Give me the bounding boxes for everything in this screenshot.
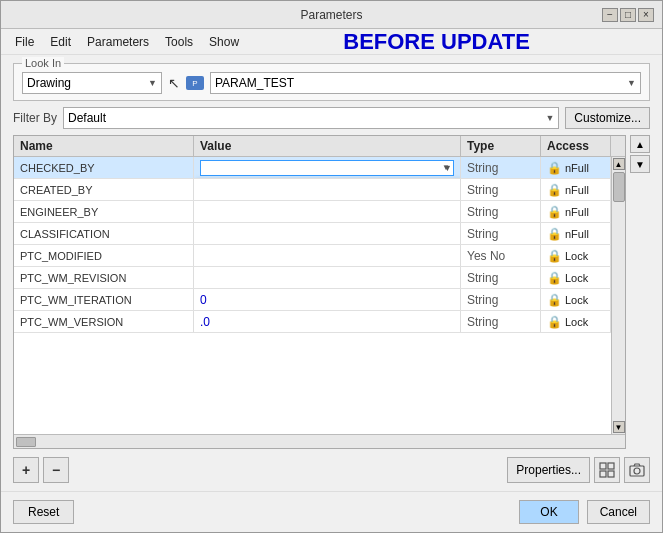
minimize-button[interactable]: − (602, 8, 618, 22)
remove-row-button[interactable]: − (43, 457, 69, 483)
cell-name-7: PTC_WM_VERSION (14, 311, 194, 332)
cell-value-7[interactable]: .0 (194, 311, 461, 332)
scroll-thumb[interactable] (613, 172, 625, 202)
camera-icon (629, 462, 645, 478)
move-down-button[interactable]: ▼ (630, 155, 650, 173)
cell-name-0: CHECKED_BY (14, 157, 194, 178)
svg-rect-1 (608, 463, 614, 469)
table-row[interactable]: PTC_WM_REVISION String 🔒 Lock (14, 267, 611, 289)
cell-type-3: String (461, 223, 541, 244)
add-row-button[interactable]: + (13, 457, 39, 483)
table-header: Name Value Type Access (14, 136, 625, 157)
lock-icon-2: 🔒 (547, 205, 562, 219)
cell-type-2: String (461, 201, 541, 222)
title-bar: Parameters − □ × (1, 1, 662, 29)
look-in-group: Look In Drawing ▼ ↖ P PARAM_TEST ▼ (13, 63, 650, 101)
cell-value-4[interactable] (194, 245, 461, 266)
cell-value-1[interactable] (194, 179, 461, 200)
reset-button[interactable]: Reset (13, 500, 74, 524)
cell-value-0[interactable]: ▼ B.W. EVERETT J.R. CHEW J.R. JAMISON J.… (194, 157, 461, 178)
maximize-button[interactable]: □ (620, 8, 636, 22)
parameters-table: Name Value Type Access CHECKED_BY (13, 135, 626, 449)
properties-button[interactable]: Properties... (507, 457, 590, 483)
svg-point-5 (634, 468, 640, 474)
param-select[interactable]: PARAM_TEST ▼ (210, 72, 641, 94)
table-action-buttons: + − Properties... (13, 457, 650, 483)
cell-name-3: CLASSIFICATION (14, 223, 194, 244)
table-row[interactable]: PTC_WM_ITERATION 0 String 🔒 Lock (14, 289, 611, 311)
filter-value: Default (68, 111, 106, 125)
cell-type-7: String (461, 311, 541, 332)
cell-value-6[interactable]: 0 (194, 289, 461, 310)
lock-icon-4: 🔒 (547, 249, 562, 263)
drawing-select[interactable]: Drawing ▼ (22, 72, 162, 94)
customize-button[interactable]: Customize... (565, 107, 650, 129)
table-body-container: CHECKED_BY ▼ B.W. EVERETT J.R. CHEW (14, 157, 625, 434)
title-bar-controls: − □ × (602, 8, 654, 22)
param-select-arrow: ▼ (627, 78, 636, 88)
menu-tools[interactable]: Tools (159, 33, 199, 51)
svg-rect-3 (608, 471, 614, 477)
horizontal-scrollbar[interactable] (14, 434, 625, 448)
table-row[interactable]: PTC_MODIFIED Yes No 🔒 Lock (14, 245, 611, 267)
col-header-name: Name (14, 136, 194, 156)
svg-rect-0 (600, 463, 606, 469)
table-body: CHECKED_BY ▼ B.W. EVERETT J.R. CHEW (14, 157, 611, 434)
cursor-icon: ↖ (168, 75, 180, 91)
menu-edit[interactable]: Edit (44, 33, 77, 51)
filter-label: Filter By (13, 111, 57, 125)
row-order-buttons: ▲ ▼ (630, 135, 650, 449)
menu-file[interactable]: File (9, 33, 40, 51)
lock-icon-7: 🔒 (547, 315, 562, 329)
cell-name-6: PTC_WM_ITERATION (14, 289, 194, 310)
param-value: PARAM_TEST (215, 76, 294, 90)
drawing-value: Drawing (27, 76, 71, 90)
cell-name-5: PTC_WM_REVISION (14, 267, 194, 288)
dropdown-arrow-0[interactable]: ▼ (443, 163, 452, 173)
scroll-up-button[interactable]: ▲ (613, 158, 625, 170)
col-header-access: Access (541, 136, 611, 156)
grid-view-button[interactable] (594, 457, 620, 483)
value-input-0[interactable] (200, 160, 454, 176)
menu-parameters[interactable]: Parameters (81, 33, 155, 51)
cell-name-4: PTC_MODIFIED (14, 245, 194, 266)
filter-row: Filter By Default ▼ Customize... (13, 107, 650, 129)
cell-type-4: Yes No (461, 245, 541, 266)
table-row[interactable]: CLASSIFICATION String 🔒 nFull (14, 223, 611, 245)
grid-icon (599, 462, 615, 478)
cell-value-3[interactable] (194, 223, 461, 244)
param-icon: P (186, 76, 204, 90)
lock-icon-3: 🔒 (547, 227, 562, 241)
filter-arrow: ▼ (545, 113, 554, 123)
move-up-button[interactable]: ▲ (630, 135, 650, 153)
lock-icon-6: 🔒 (547, 293, 562, 307)
menu-bar: File Edit Parameters Tools Show BEFORE U… (1, 29, 662, 55)
cell-name-1: CREATED_BY (14, 179, 194, 200)
cell-value-2[interactable] (194, 201, 461, 222)
scroll-down-button[interactable]: ▼ (613, 421, 625, 433)
cancel-button[interactable]: Cancel (587, 500, 650, 524)
window-title: Parameters (300, 8, 362, 22)
table-row[interactable]: PTC_WM_VERSION .0 String 🔒 Lock (14, 311, 611, 333)
col-header-type: Type (461, 136, 541, 156)
close-button[interactable]: × (638, 8, 654, 22)
table-row[interactable]: CHECKED_BY ▼ B.W. EVERETT J.R. CHEW (14, 157, 611, 179)
drawing-select-arrow: ▼ (148, 78, 157, 88)
lock-icon-5: 🔒 (547, 271, 562, 285)
look-in-legend: Look In (22, 57, 64, 69)
table-row[interactable]: CREATED_BY String 🔒 nFull (14, 179, 611, 201)
cell-value-5[interactable] (194, 267, 461, 288)
vertical-scrollbar[interactable]: ▲ ▼ (611, 157, 625, 434)
ok-button[interactable]: OK (519, 500, 578, 524)
export-button[interactable] (624, 457, 650, 483)
filter-select[interactable]: Default ▼ (63, 107, 559, 129)
bottom-button-row: Reset OK Cancel (1, 491, 662, 532)
col-header-value: Value (194, 136, 461, 156)
table-row[interactable]: ENGINEER_BY String 🔒 nFull (14, 201, 611, 223)
lock-icon-0: 🔒 (547, 161, 562, 175)
menu-show[interactable]: Show (203, 33, 245, 51)
cell-type-6: String (461, 289, 541, 310)
svg-rect-2 (600, 471, 606, 477)
cell-access-2: 🔒 nFull (541, 201, 611, 222)
main-window: Parameters − □ × File Edit Parameters To… (0, 0, 663, 533)
